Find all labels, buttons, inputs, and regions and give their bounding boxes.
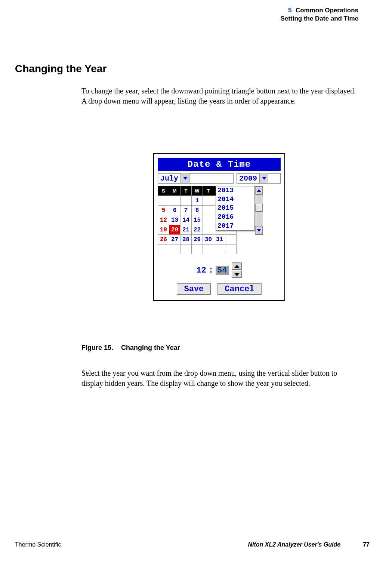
calendar-cell[interactable]: 2 (203, 196, 214, 206)
weekday-header: T (180, 186, 192, 196)
footer-brand: Thermo Scientific (15, 541, 61, 548)
figure-number: Figure 15. (81, 344, 113, 351)
calendar-cell[interactable] (180, 196, 192, 206)
footer-page-number: 77 (363, 541, 370, 548)
weekday-header: T (203, 186, 214, 196)
calendar-cell[interactable]: 27 (169, 235, 180, 244)
calendar-cell[interactable]: 19 (158, 225, 169, 235)
calendar-cell[interactable]: 1 (192, 196, 203, 206)
calendar-cell[interactable]: 16 (203, 215, 214, 225)
chapter-number: 5 (288, 7, 291, 14)
device-screen: Date & Time July 2009 S M T W T F S (153, 153, 285, 301)
triangle-down-icon (257, 229, 261, 232)
calendar-cell[interactable]: 23 (203, 225, 214, 235)
page-footer: Thermo Scientific Niton XL2 Analyzer Use… (15, 541, 370, 548)
month-dropdown[interactable]: July (158, 173, 234, 184)
figure-caption: Figure 15. Changing the Year (81, 344, 180, 352)
calendar-cell[interactable] (169, 244, 180, 254)
year-dropdown-scrollbar[interactable] (255, 186, 263, 235)
calendar-cell[interactable] (180, 244, 192, 254)
calendar-cell[interactable]: 6 (169, 206, 180, 215)
year-dropdown[interactable]: 2009 (237, 173, 281, 184)
calendar-cell[interactable]: 13 (169, 215, 180, 225)
weekday-header: M (169, 186, 180, 196)
chapter-title: Common Operations (296, 7, 358, 14)
intro-paragraph: To change the year, select the downward … (81, 86, 358, 106)
year-value: 2009 (237, 173, 259, 183)
figure-title: Changing the Year (121, 344, 180, 351)
calendar-cell[interactable] (203, 244, 214, 254)
time-minute-selected[interactable]: 54 (216, 266, 228, 275)
time-hour[interactable]: 12 (196, 266, 206, 275)
header-section-title: Setting the Date and Time (281, 15, 358, 22)
calendar-cell[interactable] (225, 235, 237, 244)
year-option[interactable]: 2016 (216, 213, 254, 222)
chevron-down-icon[interactable] (259, 173, 268, 183)
calendar-cell[interactable]: 22 (192, 225, 203, 235)
time-increment-button[interactable] (232, 262, 242, 270)
footer-guide-title: Niton XL2 Analyzer User's Guide (248, 541, 340, 548)
calendar-cell[interactable]: 5 (158, 206, 169, 215)
calendar-cell[interactable]: 29 (192, 235, 203, 244)
calendar-cell[interactable]: 26 (158, 235, 169, 244)
page-header: 5 Common Operations Setting the Date and… (281, 7, 358, 22)
calendar-cell[interactable]: 15 (192, 215, 203, 225)
calendar-cell[interactable] (158, 196, 169, 206)
calendar-cell[interactable]: 8 (192, 206, 203, 215)
calendar-cell[interactable]: 30 (203, 235, 214, 244)
save-button[interactable]: Save (177, 283, 211, 295)
weekday-header: S (158, 186, 169, 196)
chevron-up-icon (234, 265, 240, 268)
calendar-cell[interactable]: 7 (180, 206, 192, 215)
followup-paragraph: Select the year you want from the drop d… (81, 368, 358, 388)
year-option[interactable]: 2015 (216, 204, 254, 213)
calendar-cell[interactable] (225, 244, 237, 254)
time-row: 12 : 54 (158, 262, 281, 278)
calendar-cell[interactable] (214, 244, 225, 254)
scrollbar-thumb[interactable] (255, 204, 263, 212)
calendar-cell[interactable]: 21 (180, 225, 192, 235)
chevron-down-icon[interactable] (180, 173, 189, 183)
time-decrement-button[interactable] (232, 271, 242, 278)
calendar-cell[interactable]: 31 (214, 235, 225, 244)
calendar-cell[interactable]: 14 (180, 215, 192, 225)
calendar-cell[interactable] (169, 196, 180, 206)
calendar-cell[interactable]: 28 (180, 235, 192, 244)
cancel-button[interactable]: Cancel (217, 283, 261, 295)
calendar-cell[interactable]: 12 (158, 215, 169, 225)
triangle-up-icon (257, 189, 261, 192)
weekday-header: W (192, 186, 203, 196)
calendar-cell[interactable] (192, 244, 203, 254)
calendar-cell[interactable]: 9 (203, 206, 214, 215)
chevron-down-icon (234, 273, 240, 276)
time-spinner (232, 262, 242, 278)
calendar-cell-selected[interactable]: 20 (169, 225, 180, 235)
year-option[interactable]: 2014 (216, 195, 254, 204)
scroll-down-button[interactable] (255, 226, 263, 234)
year-dropdown-list[interactable]: 2013 2014 2015 2016 2017 (216, 186, 255, 231)
time-colon: : (209, 266, 213, 275)
year-option[interactable]: 2013 (216, 186, 254, 195)
scroll-up-button[interactable] (255, 187, 263, 195)
year-option[interactable]: 2017 (216, 222, 254, 231)
section-heading: Changing the Year (15, 63, 107, 75)
calendar-cell[interactable] (158, 244, 169, 254)
month-value: July (158, 173, 180, 183)
window-title: Date & Time (158, 158, 281, 171)
